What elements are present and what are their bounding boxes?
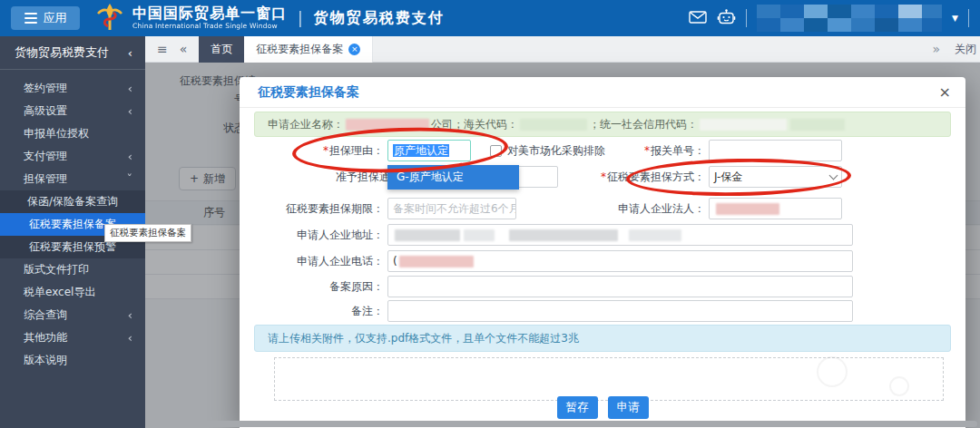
us-exclusion-checkbox[interactable] (490, 145, 502, 157)
modal-header: 征税要素担保备案 × (240, 77, 965, 108)
sidebar-item-guarantee-mgmt[interactable]: 担保管理ˇ (0, 168, 145, 190)
user-account-redacted[interactable] (757, 5, 942, 32)
redacted-company-name (346, 119, 429, 131)
chevron-down-icon (829, 170, 838, 180)
guarantee-reason-label: *担保理由： (245, 140, 384, 161)
sidebar-item-format-file-print[interactable]: 版式文件打印 (0, 258, 145, 281)
declaration-no-input[interactable] (709, 140, 842, 161)
watermark (817, 356, 848, 387)
mail-icon[interactable] (689, 10, 707, 27)
upload-hint-bar: 请上传相关附件，仅支持.pdf格式文件，且单个文件不能超过3兆 (254, 325, 951, 352)
company-phone-input[interactable]: ( (387, 250, 853, 272)
sidebar-item-advanced-settings[interactable]: 高级设置‹ (0, 100, 145, 122)
record-reason-label: 备案原因： (245, 276, 384, 297)
tabbar-right-actions: » 关闭 (932, 42, 980, 57)
brand-block: 中国国际贸易单一窗口 China International Trade Sin… (132, 5, 287, 30)
tab-bar: ≡ « 首页 征税要素担保备案 × » 关闭 (145, 36, 980, 63)
tab-tax-element-filing[interactable]: 征税要素担保备案 × (244, 36, 373, 63)
guarantee-reason-input[interactable]: 原产地认定 (387, 140, 471, 161)
apps-menu-label: 应用 (44, 10, 67, 26)
chevron-expanded-icon: ˇ (127, 172, 133, 186)
hamburger-icon (24, 13, 37, 24)
title-divider: | (298, 9, 303, 27)
sidebar-item-tooltip: 征税要素担保备案 (104, 224, 191, 242)
modal-close-icon[interactable]: × (939, 85, 951, 100)
module-title: 货物贸易税费支付 (314, 9, 445, 28)
company-info-bar: 申请企业名称：公司； 海关代码：； 统一社会信用代码： (254, 112, 951, 137)
app-screen: 应用 中国国际贸易单一窗口 China International Trade … (0, 0, 980, 428)
company-address-input[interactable] (387, 224, 853, 246)
sidebar-item-payment-mgmt[interactable]: 支付管理‹ (0, 145, 145, 168)
apply-button[interactable]: 申请 (608, 396, 649, 419)
reason-dropdown-option[interactable]: G-原产地认定 (387, 165, 519, 190)
company-phone-label: 申请人企业电话： (245, 250, 384, 272)
record-reason-input[interactable] (387, 276, 853, 297)
guarantee-period-label: 征税要素担保期限： (245, 198, 384, 219)
header-separator (746, 9, 747, 27)
tab-home[interactable]: 首页 (199, 36, 244, 63)
legal-person-label: 申请人企业法人： (566, 198, 705, 219)
watermark (889, 376, 909, 396)
sidebar-root-label: 货物贸易税费支付 (15, 44, 109, 61)
chevron-collapsed-icon: ‹ (128, 46, 132, 60)
legal-person-input[interactable] (709, 198, 842, 219)
guarantee-method-select[interactable]: J-保金 (709, 166, 842, 188)
remark-input[interactable] (387, 300, 853, 322)
save-draft-button[interactable]: 暂存 (557, 396, 598, 419)
singlewindow-logo-icon (94, 2, 125, 35)
chevron-collapsed-icon: ‹ (128, 82, 132, 95)
brand-subtitle: China International Trade Single Window (132, 23, 287, 31)
close-operations-menu[interactable]: 关闭 (955, 42, 976, 57)
guarantee-period-input[interactable]: 备案时间不允许超过6个月 (387, 198, 516, 219)
remark-label: 备注： (245, 300, 384, 322)
chevron-collapsed-icon: ‹ (128, 308, 132, 322)
chevron-collapsed-icon: ‹ (128, 104, 132, 118)
modal-footer-buttons: 暂存 申请 (240, 396, 965, 419)
sidebar-toggle-icon[interactable]: ≡ (157, 42, 168, 56)
tax-element-filing-modal: 征税要素担保备案 × 申请企业名称：公司； 海关代码：； 统一社会信用代码： *… (240, 77, 965, 428)
redacted-credit-code (700, 119, 787, 131)
sidebar-item-tax-excel-export[interactable]: 税单excel导出 (0, 281, 145, 304)
header-actions: ▼ (689, 5, 980, 32)
header-separator (968, 9, 969, 27)
tabs-scroll-right-icon[interactable]: » (932, 42, 940, 56)
user-caret-down-icon[interactable]: ▼ (952, 14, 958, 23)
sidebar-item-version-notes[interactable]: 版本说明 (0, 349, 145, 372)
modal-title: 征税要素担保备案 (258, 84, 359, 101)
redacted-legal-person (716, 203, 779, 215)
assistant-robot-icon[interactable] (717, 9, 736, 28)
declaration-no-label: *报关单号： (566, 140, 705, 161)
tab-close-icon[interactable]: × (348, 44, 360, 55)
company-address-label: 申请人企业地址： (245, 224, 384, 246)
redacted-customs-code (520, 119, 587, 131)
apps-menu-button[interactable]: 应用 (11, 6, 80, 30)
sidebar-item-comprehensive-query[interactable]: 综合查询‹ (0, 304, 145, 326)
redacted-credit-code (790, 119, 845, 131)
redacted-phone (399, 256, 474, 268)
chevron-collapsed-icon: ‹ (128, 331, 132, 345)
top-header: 应用 中国国际贸易单一窗口 China International Trade … (0, 0, 980, 36)
horizontal-scrollbar[interactable] (150, 421, 977, 427)
sidebar-item-letter-insurance-query[interactable]: 保函/保险备案查询 (0, 190, 145, 213)
guarantee-method-label: *征税要素担保方式： (566, 166, 705, 188)
tabs-scroll-left-icon[interactable]: « (180, 42, 188, 56)
sidebar-item-other-functions[interactable]: 其他功能‹ (0, 326, 145, 349)
sidebar-item-declare-auth[interactable]: 申报单位授权 (0, 122, 145, 145)
chevron-collapsed-icon: ‹ (128, 150, 132, 163)
sidebar-item-signing[interactable]: 签约管理‹ (0, 77, 145, 100)
brand-title: 中国国际贸易单一窗口 (132, 5, 287, 22)
sidebar-root-item[interactable]: 货物贸易税费支付 ‹ (0, 36, 145, 70)
sidebar-menu: 签约管理‹ 高级设置‹ 申报单位授权 支付管理‹ 担保管理ˇ 保函/保险备案查询… (0, 70, 145, 372)
